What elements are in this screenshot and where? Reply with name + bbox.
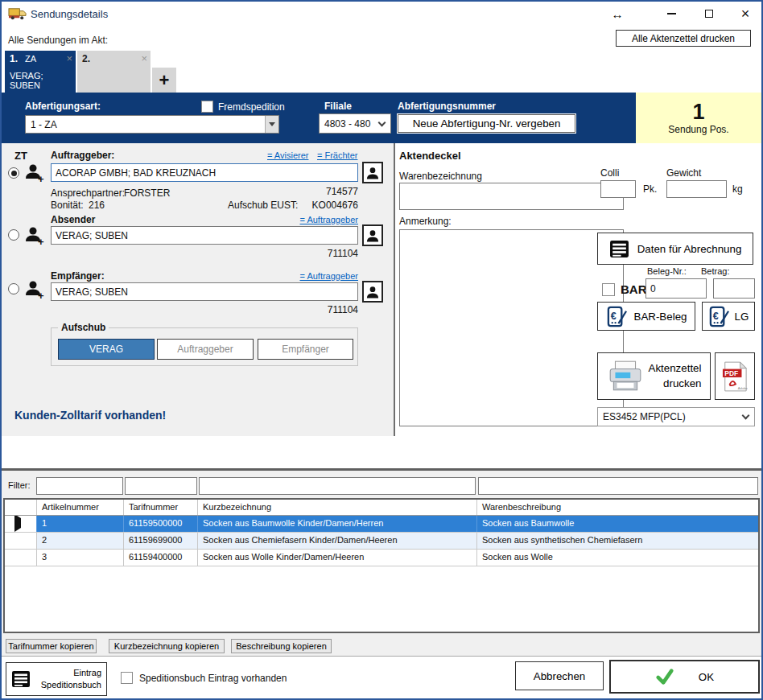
absender-auftraggeber-link[interactable]: = Auftraggeber	[300, 215, 358, 224]
fremdspedition-checkbox[interactable]	[201, 101, 213, 113]
add-shipment-tab-button[interactable]: +	[152, 68, 176, 93]
bar-checkbox[interactable]	[602, 283, 615, 296]
empfaenger-label: Empfänger:	[51, 270, 105, 282]
neue-abfertigung-button[interactable]: Neue Abfertigung-Nr. vergeben	[398, 114, 575, 133]
parties-panel: ZT + + + Auftraggeber: = Avisierer = Frä…	[2, 143, 394, 436]
tab1-party-line2: SUBEN	[10, 80, 71, 90]
pdf-export-button[interactable]: PDF Adobe	[715, 352, 755, 400]
cell-tarifnummer: 61159500000	[124, 516, 198, 532]
betrag-input[interactable]	[713, 278, 755, 299]
filter-tarifnummer-input[interactable]	[125, 477, 197, 495]
aufschub-verag-button[interactable]: VERAG	[58, 339, 155, 360]
bonitaet-value: 216	[89, 200, 105, 211]
euro-receipt-icon: €	[708, 306, 730, 327]
filter-kurzbezeichnung-input[interactable]	[199, 477, 476, 495]
beleg-nr-input[interactable]	[645, 278, 707, 299]
colli-label: Colli	[600, 167, 619, 179]
check-icon	[655, 667, 674, 686]
aufschub-eust-value: KO004676	[275, 200, 358, 211]
absender-radio[interactable]	[8, 229, 19, 241]
tab1-close-icon[interactable]: ×	[66, 52, 72, 64]
col-artikelnummer[interactable]: Artikelnummer	[37, 500, 124, 515]
lg-button[interactable]: € LG	[702, 302, 755, 331]
tab1-number: 1.	[10, 53, 18, 64]
filiale-dropdown-icon	[378, 118, 386, 126]
auftraggeber-contact-icon[interactable]	[362, 162, 383, 183]
cancel-button[interactable]: Abbrechen	[515, 661, 604, 690]
auftraggeber-input[interactable]	[51, 163, 358, 182]
col-tarifnummer[interactable]: Tarifnummer	[124, 500, 198, 515]
add-contact-icon[interactable]: +	[24, 163, 45, 183]
tab1-party-line1: VERAG;	[10, 71, 71, 80]
speditionsbuch-checkbox[interactable]	[121, 672, 133, 684]
aktenzettel-label-line1: Aktenzettel	[649, 362, 702, 374]
abfertigungsart-select[interactable]: 1 - ZA	[25, 115, 279, 134]
fraechter-link[interactable]: = Frächter	[317, 150, 357, 160]
row-selector-header	[5, 500, 37, 515]
akt-tabs-label: Alle Sendungen im Akt:	[8, 35, 108, 46]
bar-beleg-button[interactable]: € BAR-Beleg	[597, 302, 695, 331]
auftraggeber-label: Auftraggeber:	[51, 150, 114, 161]
aktenzettel-drucken-button[interactable]: Aktenzettel drucken	[597, 352, 711, 400]
abfertigungsart-value: 1 - ZA	[26, 119, 265, 130]
absender-contact-icon[interactable]	[362, 224, 383, 246]
anmerkung-label: Anmerkung:	[399, 216, 452, 227]
auftraggeber-radio[interactable]	[8, 167, 19, 179]
filter-artikelnummer-input[interactable]	[36, 477, 123, 495]
euro-receipt-icon: €	[606, 306, 628, 327]
tab2-close-icon[interactable]: ×	[141, 52, 147, 64]
filiale-select[interactable]: 4803 - 480	[319, 113, 391, 134]
anmerkung-textarea[interactable]	[399, 229, 624, 426]
aktendeckel-title: Aktendeckel	[399, 150, 461, 162]
printer-select[interactable]: ES3452 MFP(PCL)	[597, 407, 755, 426]
copy-beschreibung-button[interactable]: Beschreibung kopieren	[231, 639, 332, 653]
empfaenger-contact-icon[interactable]	[362, 281, 383, 303]
colli-input[interactable]	[600, 180, 636, 198]
gewicht-label: Gewicht	[666, 167, 701, 179]
add-contact-icon[interactable]: +	[24, 279, 45, 300]
copy-tarifnummer-button[interactable]: Tarifnummer kopieren	[6, 639, 97, 653]
page-title: Sendungsdetails	[31, 8, 108, 20]
resize-icon[interactable]: ↔	[605, 6, 629, 22]
abfertigungsart-label: Abfertigungsart:	[25, 101, 101, 112]
cell-artikelnummer: 3	[37, 550, 124, 566]
empfaenger-radio[interactable]	[8, 283, 19, 294]
close-button[interactable]: ×	[733, 6, 757, 22]
minimize-button[interactable]	[659, 6, 683, 22]
bar-checkbox-label: BAR	[621, 282, 647, 296]
speditionsbuch-eintrag-button[interactable]: Eintrag Speditionsbuch	[6, 662, 107, 696]
col-warenbeschreibung[interactable]: Warenbeschreibung	[477, 500, 758, 515]
svg-text:PDF: PDF	[724, 369, 738, 377]
abfertigungsart-dropdown-icon[interactable]	[265, 116, 278, 133]
col-kurzbezeichnung[interactable]: Kurzbezeichnung	[198, 500, 477, 515]
article-row-1[interactable]: 1 61159500000 Socken aus Baumwolle Kinde…	[5, 516, 758, 533]
speditionsbuch-checkbox-label: Speditionsbuch Eintrag vorhanden	[139, 673, 287, 684]
shipment-tab-2[interactable]: × 2.	[77, 51, 151, 93]
print-all-aktenzettel-button[interactable]: Alle Aktenzettel drucken	[616, 30, 751, 47]
maximize-button[interactable]	[697, 6, 721, 22]
copy-kurzbezeichnung-button[interactable]: Kurzbezeichnung kopieren	[109, 639, 225, 653]
sendungsdetails-window: Sendungsdetails ↔ × Alle Aktenzettel dru…	[0, 0, 763, 700]
avisierer-link[interactable]: = Avisierer	[267, 150, 308, 160]
absender-input[interactable]	[51, 226, 358, 245]
speditionsbuch-button-line1: Eintrag	[73, 668, 101, 677]
absender-label: Absender	[51, 214, 95, 225]
article-row-2[interactable]: 2 61159699000 Socken aus Chemiefasern Ki…	[5, 533, 758, 550]
gewicht-input[interactable]	[666, 180, 727, 198]
warenbezeichnung-input[interactable]	[399, 183, 624, 210]
svg-text:€: €	[712, 311, 718, 322]
aufschub-auftraggeber-button[interactable]: Auftraggeber	[157, 339, 254, 360]
add-contact-icon[interactable]: +	[24, 225, 45, 246]
article-row-3[interactable]: 3 61159400000 Socken aus Wolle Kinder/Da…	[5, 550, 758, 566]
empfaenger-auftraggeber-link[interactable]: = Auftraggeber	[300, 271, 358, 281]
abrechnung-button-label: Daten für Abrechnung	[637, 243, 742, 255]
dialog-footer: Eintrag Speditionsbuch Speditionsbuch Ei…	[2, 657, 761, 698]
abrechnung-button[interactable]: Daten für Abrechnung	[597, 233, 753, 265]
shipment-tab-1[interactable]: × 1. ZA VERAG; SUBEN	[5, 51, 76, 93]
articles-section: Filter: Artikelnummer Tarifnummer Kurzbe…	[2, 468, 761, 634]
aufschub-empfaenger-button[interactable]: Empfänger	[258, 339, 353, 360]
filter-warenbeschreibung-input[interactable]	[478, 477, 758, 495]
ok-button[interactable]: OK	[609, 660, 760, 694]
cell-artikelnummer: 1	[37, 516, 124, 532]
empfaenger-input[interactable]	[51, 282, 358, 301]
